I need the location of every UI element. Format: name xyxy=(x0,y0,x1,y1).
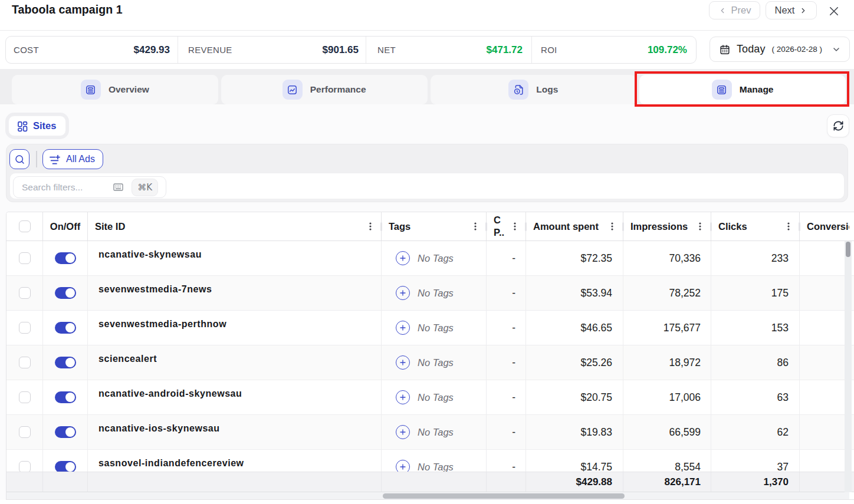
vertical-scrollbar-thumb[interactable] xyxy=(846,242,850,257)
amount-spent-cell: $46.65 xyxy=(526,311,623,345)
onoff-toggle[interactable] xyxy=(55,461,76,472)
doc-lines-icon xyxy=(81,80,101,100)
totals-select-cell xyxy=(6,472,43,492)
tab-manage[interactable]: Manage xyxy=(639,75,846,104)
column-label: Site ID xyxy=(95,221,125,232)
date-value: ( 2026-02-28 ) xyxy=(772,45,823,54)
prev-label: Prev xyxy=(731,5,751,16)
row-checkbox[interactable] xyxy=(19,461,31,472)
row-checkbox[interactable] xyxy=(19,287,31,299)
chevron-down-icon xyxy=(832,45,841,54)
refresh-button[interactable] xyxy=(827,114,849,137)
next-label: Next xyxy=(775,5,795,16)
search-button[interactable] xyxy=(9,149,29,169)
totals-tags-cell xyxy=(382,472,487,492)
search-filters-input[interactable]: Search filters... ⌘K xyxy=(13,176,166,198)
vertical-scrollbar[interactable] xyxy=(845,241,852,492)
column-menu-icon[interactable] xyxy=(699,222,701,230)
amount-spent-cell: $53.94 xyxy=(526,276,623,310)
all-ads-filter-button[interactable]: All Ads xyxy=(42,149,103,169)
cpc-cell-value: - xyxy=(512,322,515,334)
column-menu-icon[interactable] xyxy=(474,222,477,230)
column-menu-icon[interactable] xyxy=(611,222,613,230)
date-range-button[interactable]: Today ( 2026-02-28 ) xyxy=(710,37,850,62)
close-icon[interactable] xyxy=(828,5,840,17)
add-tag-button[interactable] xyxy=(396,286,410,300)
file-clock-icon xyxy=(508,80,528,100)
cpc-cell-value: - xyxy=(512,357,515,369)
tab-logs[interactable]: Logs xyxy=(431,75,637,104)
add-tag-button[interactable] xyxy=(396,390,410,404)
select-all-checkbox[interactable] xyxy=(19,220,31,232)
next-button[interactable]: Next xyxy=(766,1,817,19)
totals-onoff-cell xyxy=(43,472,88,492)
stat-revenue: REVENUE $901.65 xyxy=(178,37,366,63)
tab-label: Overview xyxy=(109,84,149,95)
column-menu-icon[interactable] xyxy=(369,222,372,230)
row-checkbox[interactable] xyxy=(19,426,31,438)
plus-icon xyxy=(400,325,406,331)
site-id-text: sevenwestmedia-7news xyxy=(98,284,212,295)
cpc-cell: - xyxy=(487,380,526,414)
onoff-toggle[interactable] xyxy=(55,287,76,299)
plus-icon xyxy=(400,394,406,400)
site-id-text: ncanative-ios-skynewsau xyxy=(98,423,220,434)
row-select-cell xyxy=(6,380,43,414)
row-select-cell xyxy=(6,241,43,275)
site-id-text: ncanative-skynewsau xyxy=(98,249,202,260)
impressions-cell-value: 70,336 xyxy=(669,252,701,265)
tags-cell: No Tags xyxy=(382,241,487,275)
column-menu-icon[interactable] xyxy=(787,222,790,230)
amount-spent-cell-value: $20.75 xyxy=(580,391,612,404)
prev-button[interactable]: Prev xyxy=(709,1,760,19)
impressions-cell-value: 175,677 xyxy=(664,322,701,334)
clicks-cell: 63 xyxy=(711,380,800,414)
horizontal-scrollbar-thumb[interactable] xyxy=(383,493,625,499)
clicks-cell: 37 xyxy=(711,450,800,472)
row-checkbox[interactable] xyxy=(19,322,31,334)
add-tag-button[interactable] xyxy=(396,321,410,335)
onoff-toggle[interactable] xyxy=(55,426,76,438)
column-label: Amount spent xyxy=(533,221,599,232)
site-id-text: ncanative-android-skynewsau xyxy=(98,388,242,399)
tab-label: Manage xyxy=(740,84,774,95)
onoff-toggle[interactable] xyxy=(55,252,76,264)
impressions-cell: 70,336 xyxy=(623,241,711,275)
horizontal-scrollbar[interactable] xyxy=(6,492,849,499)
row-checkbox[interactable] xyxy=(19,357,31,368)
stats-bar: COST $429.93 REVENUE $901.65 NET $471.72… xyxy=(5,36,697,64)
tab-performance[interactable]: Performance xyxy=(221,75,428,104)
more-vertical-icon xyxy=(699,222,701,230)
site-id-cell: sasnovel-indiandefencereview xyxy=(88,450,382,472)
onoff-toggle[interactable] xyxy=(55,322,76,334)
site-id-cell: sciencealert xyxy=(88,345,382,380)
add-tag-button[interactable] xyxy=(396,251,410,265)
add-tag-button[interactable] xyxy=(396,460,410,472)
onoff-toggle[interactable] xyxy=(55,391,76,403)
plus-icon xyxy=(400,360,406,365)
row-checkbox[interactable] xyxy=(19,391,31,403)
sites-label: Sites xyxy=(33,120,56,131)
tags-cell: No Tags xyxy=(382,380,487,414)
divider xyxy=(36,151,37,167)
table-header-row: On/OffSite IDTagsC P..Amount spentImpres… xyxy=(6,212,854,241)
cpc-cell: - xyxy=(487,450,526,472)
row-onoff-cell xyxy=(43,380,88,414)
add-tag-button[interactable] xyxy=(396,355,410,370)
page-title: Taboola campaign 1 xyxy=(12,2,123,17)
column-menu-icon[interactable] xyxy=(514,222,516,230)
tags-cell: No Tags xyxy=(382,415,487,449)
sites-view-button[interactable]: Sites xyxy=(8,116,66,136)
amount-spent-cell-value: $14.75 xyxy=(580,461,612,472)
plus-icon xyxy=(400,290,406,296)
column-header-onoff: On/Off xyxy=(43,212,88,241)
column-label: Impressions xyxy=(630,221,688,232)
plus-icon xyxy=(400,255,406,261)
onoff-toggle[interactable] xyxy=(55,357,76,368)
add-tag-button[interactable] xyxy=(396,425,410,439)
row-onoff-cell xyxy=(43,415,88,449)
impressions-cell: 17,006 xyxy=(623,380,711,414)
row-checkbox[interactable] xyxy=(19,252,31,264)
row-onoff-cell xyxy=(43,450,88,472)
tab-overview[interactable]: Overview xyxy=(12,75,218,104)
